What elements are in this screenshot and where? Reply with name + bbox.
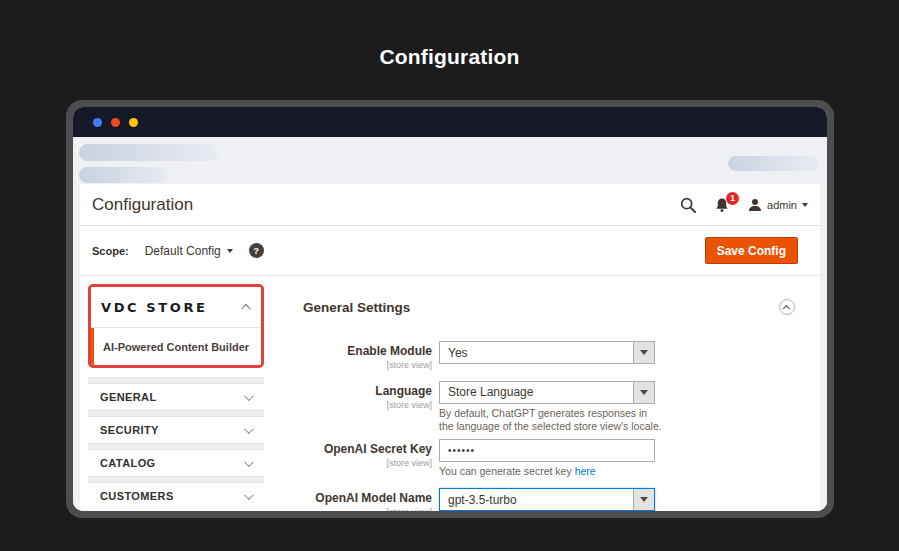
nav-section-general[interactable]: GENERAL (88, 384, 264, 410)
field-label: OpenAI Secret Key (303, 443, 432, 457)
chevron-down-icon (802, 203, 808, 207)
settings-form: General Settings Enable Module [store vi… (303, 281, 808, 511)
chevron-down-icon (244, 391, 254, 401)
browser-window: Configuration 1 admin (66, 100, 834, 518)
openai-secret-key-input[interactable] (439, 439, 655, 462)
select-arrow-icon (633, 382, 654, 403)
enable-module-select[interactable]: Yes (439, 341, 655, 364)
section-title: General Settings (303, 300, 410, 315)
admin-page-title: Configuration (92, 195, 193, 215)
field-label: Enable Module (303, 345, 432, 359)
nav-divider (88, 410, 264, 417)
nav-divider (88, 443, 264, 450)
save-config-button[interactable]: Save Config (705, 237, 798, 264)
nav-divider (88, 476, 264, 483)
field-note: You can generate secret key (439, 465, 572, 477)
field-row-enable-module: Enable Module [store view] Yes (303, 341, 808, 370)
openai-model-name-select[interactable]: gpt-3.5-turbo (439, 488, 655, 511)
scope-label: Scope: (92, 245, 129, 257)
notifications-bell-icon[interactable]: 1 (714, 197, 730, 213)
chevron-down-icon (244, 424, 254, 434)
nav-divider (88, 377, 264, 384)
generate-key-link[interactable]: here (575, 465, 596, 477)
skeleton-bar (728, 156, 819, 171)
nav-section-vdc-store[interactable]: VDC STORE (91, 287, 261, 328)
nav-section-catalog[interactable]: CATALOG (88, 450, 264, 476)
vdc-store-title: VDC STORE (101, 300, 208, 315)
help-icon[interactable]: ? (249, 243, 264, 258)
nav-section-label: CUSTOMERS (100, 490, 174, 502)
field-label: OpenAI Model Name (303, 492, 432, 506)
user-icon (748, 198, 762, 212)
vdc-store-highlight-box: VDC STORE AI-Powered Content Builder (88, 284, 264, 368)
field-row-openai-model-name: OpenAI Model Name [store view] gpt-3.5-t… (303, 488, 808, 511)
admin-header: Configuration 1 admin (80, 184, 820, 226)
select-arrow-icon (633, 489, 654, 510)
chevron-down-icon (227, 249, 233, 253)
nav-section-label: GENERAL (100, 391, 157, 403)
field-scope-label: [store view] (303, 507, 432, 511)
scope-switcher[interactable]: Default Config (145, 244, 233, 258)
notification-badge: 1 (726, 192, 739, 205)
field-label: Language (303, 385, 432, 399)
field-scope-label: [store view] (303, 458, 432, 468)
field-scope-label: [store view] (303, 400, 432, 410)
page-title: Configuration (0, 45, 899, 69)
chevron-up-icon (241, 303, 251, 313)
config-nav: VDC STORE AI-Powered Content Builder GEN… (88, 281, 264, 509)
search-icon[interactable] (680, 197, 696, 213)
nav-section-label: CATALOG (100, 457, 156, 469)
window-control-icon[interactable] (93, 118, 102, 127)
window-titlebar (73, 107, 827, 137)
select-value: Store Language (448, 385, 533, 399)
nav-section-security[interactable]: SECURITY (88, 417, 264, 443)
language-select[interactable]: Store Language (439, 381, 655, 404)
skeleton-bar (79, 167, 168, 183)
config-toolbar: Scope: Default Config ? Save Config (80, 226, 820, 276)
scope-value: Default Config (145, 244, 221, 258)
field-row-language: Language [store view] Store Language By … (303, 381, 808, 433)
user-menu[interactable]: admin (748, 198, 808, 212)
select-value: gpt-3.5-turbo (448, 493, 517, 507)
window-control-icon[interactable] (129, 118, 138, 127)
nav-section-customers[interactable]: CUSTOMERS (88, 483, 264, 509)
field-row-openai-secret-key: OpenAI Secret Key [store view] You can g… (303, 439, 808, 478)
chevron-down-icon (244, 490, 254, 500)
field-note: By default, ChatGPT generates responses … (439, 407, 663, 433)
nav-item-ai-powered-content-builder[interactable]: AI-Powered Content Builder (91, 328, 261, 365)
collapse-section-button[interactable] (779, 299, 795, 315)
field-scope-label: [store view] (303, 360, 432, 370)
window-control-icon[interactable] (111, 118, 120, 127)
username-label: admin (767, 199, 797, 211)
admin-panel: Configuration 1 admin (80, 184, 820, 511)
nav-section-label: SECURITY (100, 424, 159, 436)
select-value: Yes (448, 346, 468, 360)
select-arrow-icon (633, 342, 654, 363)
chevron-down-icon (244, 457, 254, 467)
skeleton-bar (79, 144, 218, 161)
